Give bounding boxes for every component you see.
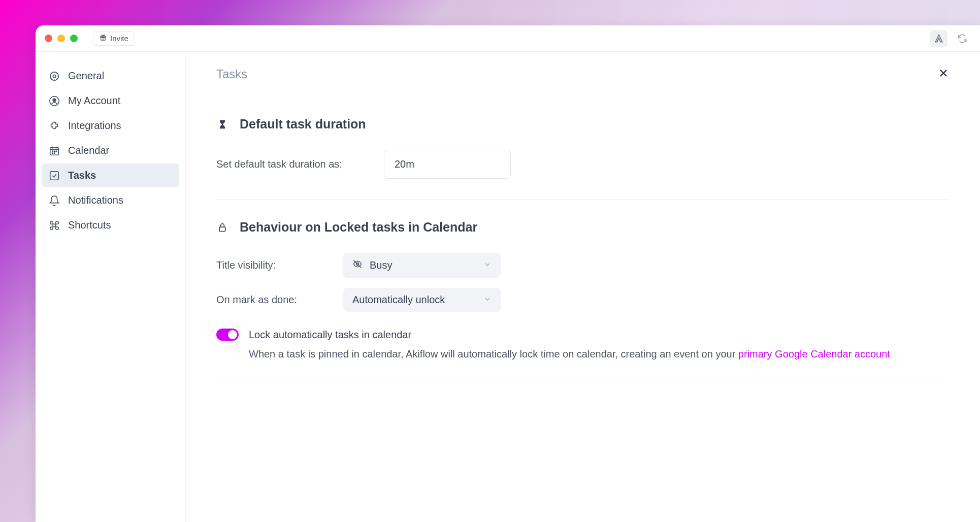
title-visibility-value: Busy [370,259,392,271]
auto-lock-toggle[interactable] [216,329,239,341]
bell-icon [49,195,60,206]
divider [216,199,950,200]
chevron-down-icon [483,294,492,306]
toggle-description: When a task is pinned in calendar, Akifl… [249,346,890,362]
section-title-duration: Default task duration [216,117,950,132]
sidebar-item-label: Calendar [68,145,109,156]
sidebar-item-calendar[interactable]: Calendar [42,139,179,162]
command-icon [49,220,60,231]
invite-button[interactable]: Invite [93,31,135,46]
sidebar-item-integrations[interactable]: Integrations [42,114,179,138]
duration-row: Set default task duration as: [216,150,950,179]
on-done-select[interactable]: Automatically unlock [343,288,501,312]
on-done-value: Automatically unlock [352,294,445,306]
svg-point-5 [53,99,56,102]
sidebar-item-my-account[interactable]: My Account [42,89,179,113]
invite-label: Invite [110,34,128,43]
duration-input[interactable] [384,150,511,179]
sidebar-item-shortcuts[interactable]: Shortcuts [42,213,179,237]
toggle-desc-text: When a task is pinned in calendar, Akifl… [249,348,738,360]
user-circle-icon [49,95,60,107]
sidebar-item-tasks[interactable]: Tasks [42,164,179,187]
window-fullscreen-button[interactable] [70,35,78,42]
duration-label: Set default task duration as: [216,158,384,170]
toggle-text: Lock automatically tasks in calendar Whe… [249,327,890,362]
sidebar-item-label: Tasks [68,170,96,181]
titlebar: Invite [36,25,980,52]
auto-lock-toggle-row: Lock automatically tasks in calendar Whe… [216,327,950,362]
puzzle-icon [49,120,60,132]
window-minimize-button[interactable] [57,35,65,42]
main-content: Tasks Default task duration Set default … [186,52,980,522]
sidebar-item-notifications[interactable]: Notifications [42,188,179,212]
app-logo-button[interactable] [930,30,948,47]
sidebar-item-label: Notifications [68,194,123,206]
sidebar-item-label: My Account [68,95,120,107]
titlebar-right [930,30,971,47]
title-visibility-select[interactable]: Busy [343,253,501,278]
svg-rect-13 [219,227,225,231]
svg-rect-12 [50,171,59,180]
traffic-lights [45,35,78,42]
body: General My Account Integrations Calendar [36,52,980,522]
page-title: Tasks [216,67,247,81]
title-visibility-label: Title visibility: [216,259,343,271]
svg-point-7 [52,151,53,151]
app-window: Invite General My Account [36,25,980,522]
section-title-locked: Behaviour on Locked tasks in Calendar [216,220,950,235]
calendar-icon [49,145,60,156]
gear-icon [49,71,60,82]
section-title-label: Default task duration [240,117,366,132]
svg-point-11 [54,152,54,153]
on-done-label: On mark as done: [216,294,343,306]
sidebar-item-general[interactable]: General [42,64,179,88]
on-done-row: On mark as done: Automatically unlock [216,288,950,312]
close-button[interactable] [937,67,950,81]
hourglass-icon [216,118,228,130]
chevron-down-icon [483,259,492,271]
sidebar: General My Account Integrations Calendar [36,52,186,522]
primary-calendar-link[interactable]: primary Google Calendar account [738,348,890,360]
toggle-title: Lock automatically tasks in calendar [249,327,890,342]
sidebar-item-label: Integrations [68,120,121,132]
svg-point-9 [56,151,56,151]
sidebar-item-label: General [68,70,104,82]
svg-point-2 [53,75,56,78]
divider [216,382,950,382]
main-header: Tasks [216,67,950,81]
lock-icon [216,221,228,234]
section-title-label: Behaviour on Locked tasks in Calendar [240,220,477,235]
checkbox-icon [49,170,60,181]
title-visibility-row: Title visibility: Busy [216,253,950,278]
sync-button[interactable] [954,30,971,47]
svg-point-10 [52,152,53,153]
sidebar-item-label: Shortcuts [68,219,111,231]
svg-point-8 [54,151,54,151]
window-close-button[interactable] [45,35,52,42]
gift-icon [100,34,107,43]
eye-off-icon [352,259,363,272]
